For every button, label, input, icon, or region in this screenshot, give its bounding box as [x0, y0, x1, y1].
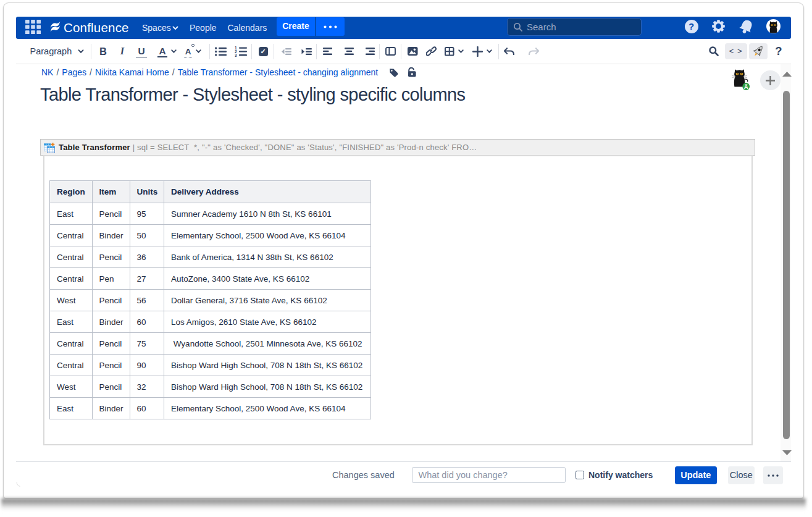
svg-text:3: 3 — [235, 53, 237, 57]
svg-text:Ã: Ã — [744, 83, 748, 90]
